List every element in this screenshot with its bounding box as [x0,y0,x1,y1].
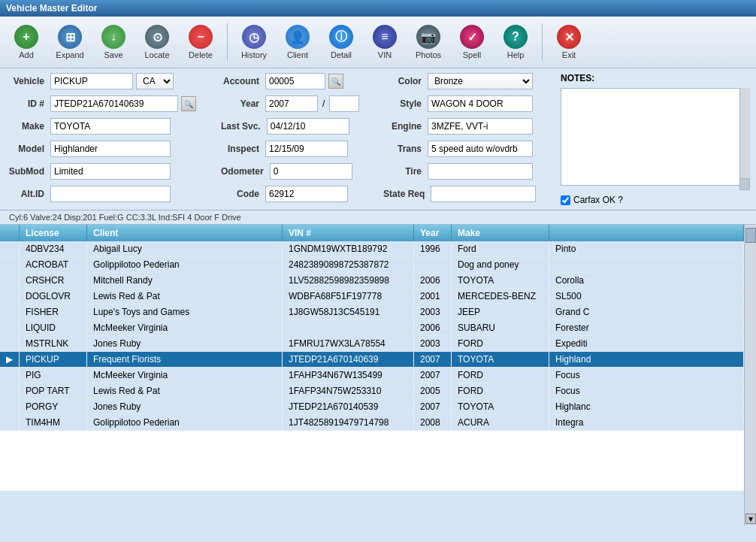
tire-input[interactable] [428,163,533,180]
save-button[interactable]: ↓Save [93,20,134,65]
notes-textarea[interactable] [561,88,741,186]
vehicle-state-select[interactable]: CA [136,73,174,89]
expand-label: Expand [56,50,83,59]
spell-icon: ✓ [460,25,484,49]
col-model [549,225,744,241]
row-license: LIQUID [20,320,87,336]
trans-input[interactable] [428,141,533,157]
client-button[interactable]: 👤Client [277,20,318,65]
lastsvc-input[interactable] [267,118,349,135]
row-indicator [0,304,20,320]
row-indicator [0,320,20,336]
history-button[interactable]: ◷History [234,20,274,65]
row-make: JEEP [452,304,549,320]
table-row[interactable]: MSTRLNKJones Ruby1FMRU17WX3LA785542003FO… [0,336,744,352]
table-row[interactable]: 4DBV234Abigail Lucy1GNDM19WXTB1897921996… [0,241,744,257]
row-client: Abigail Lucy [87,241,283,257]
expand-button[interactable]: ⊞Expand [50,20,90,65]
row-model: Integra [549,415,744,431]
help-label: Help [507,50,525,59]
vehicle-type-input[interactable] [50,73,133,89]
row-client: Jones Ruby [87,399,283,415]
row-model: Highland [549,352,744,368]
model-input[interactable] [50,141,171,157]
spell-button[interactable]: ✓Spell [452,20,492,65]
save-icon: ↓ [101,25,125,49]
table-row[interactable]: LIQUIDMcMeeker Virginia2006SUBARUForeste… [0,320,744,336]
vin-button[interactable]: ≡VIN [364,20,405,65]
row-client: Lewis Red & Pat [87,383,283,399]
style-input[interactable] [428,95,533,112]
code-input[interactable] [265,186,348,202]
row-indicator [0,241,20,257]
detail-button[interactable]: ⓘDetail [321,20,361,65]
row-year: 1996 [414,241,452,257]
row-make: Ford [452,241,549,257]
grid-area: License Client VIN # Year Make 4DBV234Ab… [0,225,756,525]
row-make: TOYOTA [452,352,549,368]
row-make: ACURA [452,415,549,431]
row-license: PORGY [20,399,87,415]
vehicle-id-search-button[interactable]: 🔍 [181,96,196,111]
row-license: PICKUP [20,352,87,368]
table-row[interactable]: PIGMcMeeker Virginia1FAHP34N67W135499200… [0,368,744,383]
account-input[interactable] [265,73,325,89]
row-model [549,257,744,273]
row-client: Frequent Florists [87,352,283,368]
grid-scrollbar[interactable]: ▼ [744,225,756,525]
row-client: Mitchell Randy [87,273,283,289]
table-row[interactable]: ▶PICKUPFrequent FloristsJTEDP21A67014063… [0,352,744,368]
year-suffix-input[interactable] [329,95,359,112]
odometer-input[interactable] [270,163,352,180]
help-button[interactable]: ?Help [495,20,536,65]
delete-button[interactable]: −Delete [180,20,221,65]
year-slash: / [321,98,326,109]
table-row[interactable]: TIM4HMGolippilotoo Pederian1JT4825891947… [0,415,744,431]
statereq-input[interactable] [431,186,536,202]
table-row[interactable]: CRSHCRMitchell Randy1LV52882598982359898… [0,273,744,289]
year-input[interactable] [265,95,318,112]
scrollbar-down-btn[interactable]: ▼ [745,513,756,524]
table-row[interactable]: PORGYJones RubyJTEDP21A6701405392007TOYO… [0,399,744,415]
row-client: Lewis Red & Pat [87,289,283,304]
row-license: CRSHCR [20,273,87,289]
grid-empty-space [0,431,744,491]
inspect-input[interactable] [265,141,348,157]
altid-input[interactable] [50,186,171,202]
table-row[interactable]: ACROBATGolippilotoo Pederian248238908987… [0,257,744,273]
submod-label: SubMod [6,166,47,177]
vehicle-grid: License Client VIN # Year Make 4DBV234Ab… [0,225,744,431]
locate-button[interactable]: ⊙Locate [137,20,177,65]
table-row[interactable]: DOGLOVRLewis Red & PatWDBFA68F51F1977782… [0,289,744,304]
row-year: 2007 [414,399,452,415]
exit-button[interactable]: ✕Exit [549,20,589,65]
make-input[interactable] [50,118,171,135]
exit-icon: ✕ [557,25,581,49]
photos-button[interactable]: 📷Photos [408,20,449,65]
row-model: Grand C [549,304,744,320]
carfax-checkbox[interactable] [561,195,570,205]
row-make: TOYOTA [452,273,549,289]
row-indicator [0,415,20,431]
add-button[interactable]: +Add [6,20,47,65]
detail-icon: ⓘ [329,25,353,49]
table-row[interactable]: POP TARTLewis Red & Pat1FAFP34N75W253310… [0,383,744,399]
engine-input[interactable] [428,118,533,135]
title-text: Vehicle Master Editor [6,3,97,14]
row-year: 2001 [414,289,452,304]
submod-input[interactable] [50,163,171,180]
col-license: License [20,225,87,241]
vehicle-id-input[interactable] [50,95,178,112]
notes-scroll-down[interactable] [739,178,750,190]
row-indicator [0,257,20,273]
year-label: Year [221,98,262,109]
trans-label: Trans [383,144,425,154]
account-search-button[interactable]: 🔍 [328,74,343,89]
locate-icon: ⊙ [145,25,169,49]
color-select[interactable]: Bronze [428,73,533,89]
table-row[interactable]: FISHERLupe's Toys and Games1J8GW58J13C54… [0,304,744,320]
model-label: Model [6,144,47,154]
scrollbar-thumb[interactable] [745,228,756,243]
col-client: Client [87,225,283,241]
help-icon: ? [503,25,528,49]
